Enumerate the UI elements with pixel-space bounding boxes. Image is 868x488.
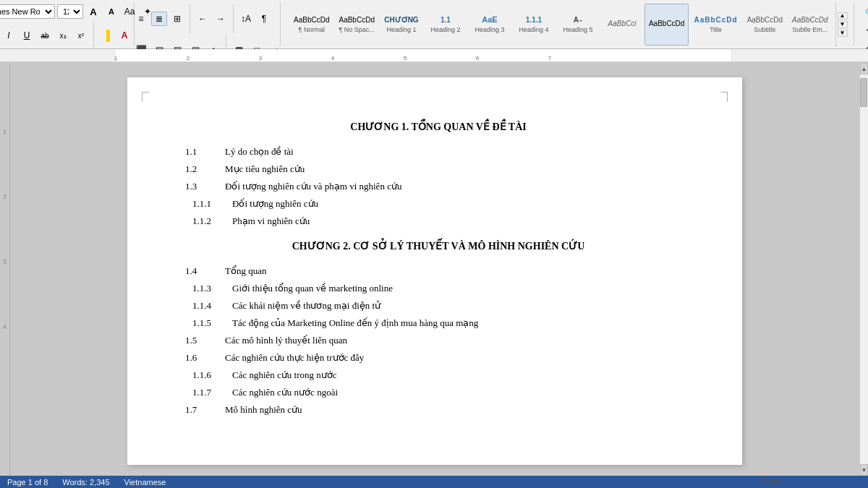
grow-font-button[interactable]: A [85,4,101,19]
styles-expand[interactable]: ▼ [838,30,848,37]
font-row-1: Times New Roman 12 A A Aa ✦ [0,4,156,19]
subscript-button[interactable]: x₂ [55,28,71,43]
show-para-button[interactable]: ¶ [256,12,272,26]
item-2-9-text: Mô hình nghiên cứu [225,404,692,416]
word-count: Words: 2,345 [62,478,109,487]
style-normal[interactable]: AaBbCcDd ¶ Normal [289,4,333,46]
sort-button[interactable]: ↕A [238,12,254,26]
style-nospace-preview: AaBbCcDd [339,16,374,25]
strikethrough-button[interactable]: ab [37,28,53,43]
item-2-8: 1.1.7 Các nghiên cứu nước ngoài [185,387,692,398]
item-1-1: 1.1 Lý do chọn đề tài [185,146,692,158]
item-1-1-1-text: Đối tượng nghiên cứu [232,198,692,210]
styles-scroll-down[interactable]: ▼ [838,21,848,28]
increase-indent-button[interactable]: → [213,12,229,26]
ruler-mark-6: 6 [476,55,479,61]
bullets-button[interactable]: ≡ [133,12,149,26]
font-tools: Times New Roman 12 A A Aa ✦ B I U ab x₂ [0,4,156,50]
paragraph-group: ≡ ≣ ⊞ ← → ↕A ¶ ⬛ ▤ ▤ ▤ ↕ ▩ [136,3,281,46]
highlight-button[interactable]: ▐ [98,28,114,43]
ruler-mark-1: 1 [114,55,117,61]
scroll-thumb[interactable] [860,78,867,107]
style-heading5-name: Heading 5 [563,26,592,33]
styles-scroll-up[interactable]: ▲ [838,12,848,20]
ribbon: Times New Roman 12 A A Aa ✦ B I U ab x₂ [0,0,868,49]
style-subtitle-name: Subtitle [754,26,775,33]
item-2-3-num: 1.1.4 [192,300,232,312]
item-2-1-text: Tổng quan [225,265,692,277]
item-2-3: 1.1.4 Các khái niệm về thương mại điện t… [185,300,692,312]
editing-group: 🔍 Find ▼ ↔ Replace ↗ Select ▼ Editing [856,3,868,46]
style-heading1-name: Heading 1 [386,26,416,33]
scroll-down-arrow[interactable]: ▼ [860,464,868,476]
numbering-button[interactable]: ≣ [151,12,167,26]
item-1-1-2-text: Phạm vi nghiên cứu [232,215,692,227]
style-heading4-preview: 1.1.1 [526,16,542,25]
item-1-1-text: Lý do chọn đề tài [225,146,692,158]
replace-icon: ↔ [865,25,868,35]
italic-button[interactable]: I [1,28,17,43]
find-button[interactable]: 🔍 Find ▼ [861,6,868,20]
font-color-button[interactable]: A [116,28,132,43]
styles-group-label: Styles [762,476,781,485]
ribbon-container: Times New Roman 12 A A Aa ✦ B I U ab x₂ [0,0,868,63]
item-2-9: 1.7 Mô hình nghiên cứu [185,404,692,416]
underline-button[interactable]: U [19,28,35,43]
shrink-font-button[interactable]: A [103,4,119,19]
corner-mark-tr [720,92,728,102]
right-scrollbar: ▲ ▼ [859,63,868,476]
item-2-8-text: Các nghiên cứu nước ngoài [232,387,692,398]
style-active[interactable]: AaBbCcDd [644,4,689,46]
item-1-2: 1.2 Mục tiêu nghiên cứu [185,163,692,175]
style-title[interactable]: AaBbCcDd Title [689,4,741,46]
style-heading4[interactable]: 1.1.1 Heading 4 [512,4,556,46]
style-heading1-preview: CHƯƠNG [384,16,418,25]
item-2-7-num: 1.1.6 [192,369,232,381]
style-heading3[interactable]: AaE Heading 3 [468,4,511,46]
chapter2-heading: CHƯƠNG 2. CƠ SỞ LÝ THUYẾT VÀ MÔ HÌNH NGH… [185,240,692,252]
ruler-mark-2: 2 [187,55,190,61]
divider-2 [190,4,190,33]
style-heading2-preview: 1.1 [441,16,451,25]
font-size-select[interactable]: 12 [57,4,83,19]
style-subtle-em-preview: AaBbCcDd [792,16,827,25]
scroll-track[interactable] [860,74,868,464]
document-area[interactable]: CHƯƠNG 1. TỔNG QUAN VỀ ĐỀ TÀI 1.1 Lý do … [10,63,859,476]
item-1-3-text: Đối tượng nghiên cứu và phạm vi nghiên c… [225,181,692,192]
item-2-2-num: 1.1.3 [192,283,232,294]
style-heading5-preview: A₋ [574,16,582,25]
scroll-up-arrow[interactable]: ▲ [860,63,868,74]
ruler-mark-3: 3 [259,55,262,61]
style-normal-preview: AaBbCcDd [294,16,329,25]
font-row-2: B I U ab x₂ x² ▐ A [0,21,156,50]
item-2-6: 1.6 Các nghiên cứu thực hiện trước đây [185,352,692,364]
replace-button[interactable]: ↔ Replace [861,22,868,37]
divider-3 [233,4,234,33]
page-marker-1: 1 [3,128,7,135]
item-1-1-2: 1.1.2 Phạm vi nghiên cứu [185,215,692,227]
decrease-indent-button[interactable]: ← [195,12,210,26]
style-subtitle[interactable]: AaBbCcDd Subtitle [743,4,787,46]
style-italic[interactable]: AaBbCci [600,4,644,46]
style-heading2-name: Heading 2 [430,26,460,33]
page-info: Page 1 of 8 [7,478,48,487]
style-title-name: Title [710,26,722,33]
item-2-5-num: 1.5 [185,335,225,346]
style-subtle-em[interactable]: AaBbCcDd Subtle Em... [788,4,832,46]
styles-list: AaBbCcDd ¶ Normal AaBbCcDd ¶ No Spac... … [286,2,836,47]
item-2-1-num: 1.4 [185,265,225,277]
font-family-select[interactable]: Times New Roman [0,4,55,19]
style-heading1[interactable]: CHƯƠNG Heading 1 [380,4,423,46]
superscript-button[interactable]: x² [73,28,89,43]
style-nospace[interactable]: AaBbCcDd ¶ No Spac... [334,4,378,46]
item-2-5-text: Các mô hình lý thuyết liên quan [225,335,692,346]
item-1-2-num: 1.2 [185,163,225,175]
style-heading5[interactable]: A₋ Heading 5 [556,4,600,46]
item-1-1-num: 1.1 [185,146,225,158]
divider-1 [93,21,94,50]
multilevel-button[interactable]: ⊞ [169,12,185,26]
style-subtitle-preview: AaBbCcDd [747,16,783,25]
corner-mark-tl [142,92,149,102]
style-heading2[interactable]: 1.1 Heading 2 [424,4,467,46]
style-heading3-preview: AaE [482,15,497,25]
